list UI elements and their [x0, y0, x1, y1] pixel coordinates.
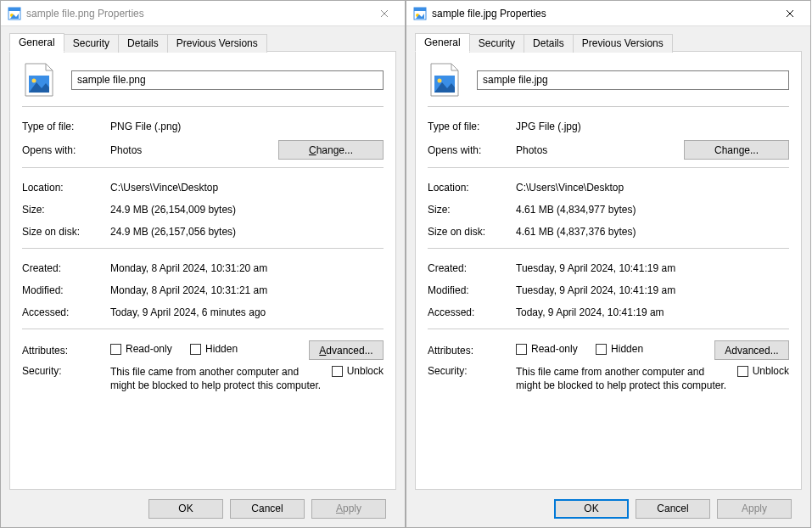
- tab-general[interactable]: General: [9, 33, 64, 52]
- value-modified: Tuesday, 9 April 2024, 10:41:19 am: [516, 284, 789, 296]
- unblock-checkbox[interactable]: Unblock: [737, 365, 789, 377]
- separator: [22, 167, 384, 168]
- label-type: Type of file:: [428, 121, 516, 132]
- file-type-icon: [428, 62, 462, 98]
- dialog-footer: OK Cancel Apply: [9, 490, 396, 527]
- dialog-footer: OK Cancel Apply: [415, 490, 802, 527]
- value-security-message: This file came from another computer and…: [516, 365, 737, 392]
- value-size: 24.9 MB (26,154,009 bytes): [110, 204, 384, 216]
- advanced-button[interactable]: Advanced...: [714, 340, 789, 360]
- window-body: General Security Details Previous Versio…: [1, 26, 405, 527]
- tab-panel: Type of file: JPG File (.jpg) Opens with…: [415, 51, 802, 490]
- label-accessed: Accessed:: [22, 306, 110, 318]
- tab-previous-versions[interactable]: Previous Versions: [167, 34, 267, 53]
- value-accessed: Today, 9 April 2024, 6 minutes ago: [110, 306, 384, 318]
- properties-window-left: sample file.png Properties General Secur…: [0, 0, 406, 528]
- separator: [428, 329, 789, 329]
- tab-security[interactable]: Security: [64, 34, 119, 53]
- label-attributes: Attributes:: [428, 345, 516, 357]
- checkbox-icon: [596, 344, 607, 355]
- properties-window-right: sample file.jpg Properties General Secur…: [406, 0, 811, 528]
- separator: [22, 329, 384, 329]
- value-security-message: This file came from another computer and…: [110, 365, 332, 392]
- filename-input[interactable]: [71, 70, 384, 90]
- value-type: PNG File (.png): [110, 121, 384, 132]
- label-created: Created:: [22, 262, 110, 274]
- value-type: JPG File (.jpg): [516, 121, 789, 132]
- value-opens-with: Photos: [516, 144, 684, 156]
- titlebar[interactable]: sample file.png Properties: [1, 1, 405, 26]
- value-size-on-disk: 4.61 MB (4,837,376 bytes): [516, 226, 789, 238]
- label-size: Size:: [22, 204, 110, 216]
- readonly-checkbox[interactable]: Read-only: [110, 343, 172, 355]
- separator: [428, 248, 789, 249]
- hidden-checkbox[interactable]: Hidden: [596, 343, 643, 355]
- window-title: sample file.jpg Properties: [432, 8, 770, 20]
- value-size-on-disk: 24.9 MB (26,157,056 bytes): [110, 226, 384, 238]
- value-modified: Monday, 8 April 2024, 10:31:21 am: [110, 284, 384, 296]
- ok-button[interactable]: OK: [148, 499, 223, 519]
- tab-details[interactable]: Details: [118, 34, 168, 53]
- window-title: sample file.png Properties: [26, 8, 365, 20]
- checkbox-icon: [110, 344, 121, 355]
- separator: [22, 248, 384, 249]
- window-body: General Security Details Previous Versio…: [406, 26, 810, 527]
- label-attributes: Attributes:: [22, 345, 110, 357]
- label-accessed: Accessed:: [428, 306, 516, 318]
- svg-point-9: [438, 79, 442, 83]
- tab-previous-versions[interactable]: Previous Versions: [573, 34, 673, 53]
- svg-rect-1: [8, 8, 20, 11]
- checkbox-icon: [332, 366, 343, 377]
- tabstrip: General Security Details Previous Versio…: [9, 33, 396, 52]
- label-security: Security:: [428, 365, 516, 377]
- label-opens-with: Opens with:: [22, 144, 110, 156]
- tab-details[interactable]: Details: [524, 34, 574, 53]
- label-location: Location:: [22, 182, 110, 194]
- tab-general[interactable]: General: [415, 33, 470, 52]
- label-location: Location:: [428, 182, 516, 194]
- hidden-checkbox[interactable]: Hidden: [190, 343, 238, 355]
- close-button[interactable]: [365, 1, 403, 25]
- label-size-on-disk: Size on disk:: [428, 226, 516, 238]
- svg-point-4: [32, 79, 36, 83]
- value-opens-with: Photos: [110, 144, 278, 156]
- cancel-button[interactable]: Cancel: [230, 499, 305, 519]
- value-accessed: Today, 9 April 2024, 10:41:19 am: [516, 306, 789, 318]
- ok-button[interactable]: OK: [554, 499, 629, 519]
- label-security: Security:: [22, 365, 110, 377]
- separator: [22, 106, 384, 107]
- change-button[interactable]: Change...: [684, 140, 789, 160]
- value-created: Monday, 8 April 2024, 10:31:20 am: [110, 262, 384, 274]
- cancel-button[interactable]: Cancel: [636, 499, 710, 519]
- filename-input[interactable]: [477, 70, 789, 90]
- label-size-on-disk: Size on disk:: [22, 226, 110, 238]
- change-button[interactable]: Change...: [278, 140, 384, 160]
- titlebar[interactable]: sample file.jpg Properties: [406, 1, 810, 26]
- label-type: Type of file:: [22, 121, 110, 132]
- apply-button[interactable]: Apply: [311, 499, 386, 519]
- value-created: Tuesday, 9 April 2024, 10:41:19 am: [516, 262, 789, 274]
- checkbox-icon: [516, 344, 527, 355]
- label-modified: Modified:: [428, 284, 516, 296]
- window-icon: [8, 7, 21, 20]
- tab-security[interactable]: Security: [469, 34, 524, 53]
- window-icon: [413, 7, 427, 20]
- separator: [428, 106, 789, 107]
- readonly-checkbox[interactable]: Read-only: [516, 343, 578, 355]
- label-modified: Modified:: [22, 284, 110, 296]
- unblock-checkbox[interactable]: Unblock: [332, 365, 384, 377]
- value-location: C:\Users\Vince\Desktop: [516, 182, 789, 194]
- file-type-icon: [22, 62, 56, 98]
- label-opens-with: Opens with:: [428, 144, 516, 156]
- advanced-button[interactable]: Advanced...: [309, 340, 384, 360]
- apply-button[interactable]: Apply: [717, 499, 792, 519]
- tab-panel: Type of file: PNG File (.png) Opens with…: [9, 51, 396, 490]
- value-size: 4.61 MB (4,834,977 bytes): [516, 204, 789, 216]
- checkbox-icon: [190, 344, 201, 355]
- separator: [428, 167, 789, 168]
- value-location: C:\Users\Vince\Desktop: [110, 182, 384, 194]
- label-created: Created:: [428, 262, 516, 274]
- close-button[interactable]: [770, 1, 809, 25]
- tabstrip: General Security Details Previous Versio…: [415, 33, 802, 52]
- label-size: Size:: [428, 204, 516, 216]
